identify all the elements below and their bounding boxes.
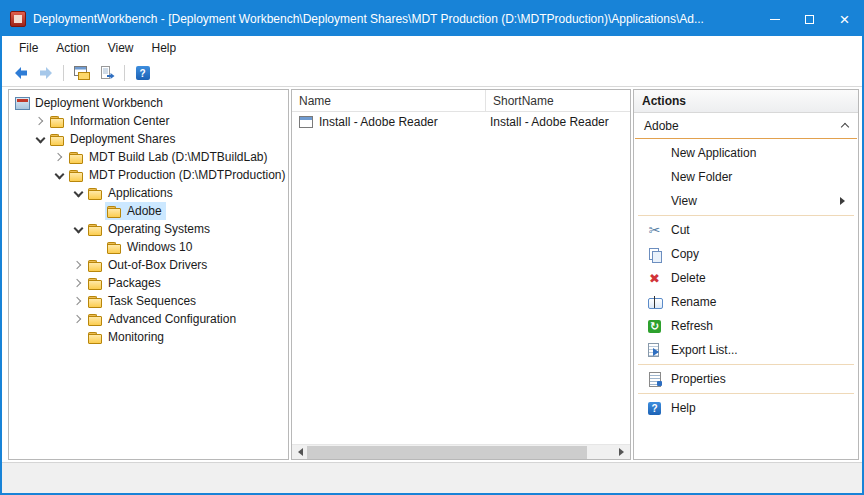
tree-item-content[interactable]: Operating Systems (86, 220, 214, 238)
app-icon (10, 11, 26, 27)
chevron-down-icon[interactable] (70, 221, 86, 237)
chevron-right-icon[interactable] (70, 257, 86, 273)
tree-item[interactable]: Applications (9, 184, 288, 202)
chevron-right-icon[interactable] (70, 311, 86, 327)
tree-item[interactable]: MDT Build Lab (D:\MDTBuildLab) (9, 148, 288, 166)
chevron-none[interactable] (89, 239, 105, 255)
scrollbar-thumb[interactable] (307, 446, 587, 459)
tree: Deployment Workbench Information Center … (9, 90, 288, 346)
tree-item-label: Information Center (70, 114, 169, 128)
actions-divider (638, 215, 854, 216)
chevron-up-icon[interactable] (841, 123, 849, 131)
chevron-none[interactable] (70, 329, 86, 345)
action-item[interactable]: Properties (634, 367, 858, 391)
horizontal-scrollbar[interactable] (292, 444, 630, 459)
action-item[interactable]: New Folder (634, 165, 858, 189)
tree-item-content[interactable]: Information Center (48, 112, 173, 130)
action-item-label: Copy (671, 247, 858, 261)
tree-item[interactable]: Task Sequences (9, 292, 288, 310)
tree-item-content[interactable]: MDT Production (D:\MDTProduction) (67, 166, 289, 184)
export-icon (646, 342, 663, 358)
action-item[interactable]: Export List... (634, 338, 858, 362)
back-button[interactable] (9, 62, 32, 85)
chevron-down-icon[interactable] (32, 131, 48, 147)
tree-item-content[interactable]: Monitoring (86, 328, 168, 346)
chevron-none[interactable] (89, 203, 105, 219)
tree-item[interactable]: Windows 10 (9, 238, 288, 256)
chevron-right-icon[interactable] (32, 113, 48, 129)
tree-item[interactable]: MDT Production (D:\MDTProduction) (9, 166, 288, 184)
tree-item-content[interactable]: Windows 10 (105, 238, 196, 256)
minimize-button[interactable] (757, 2, 792, 36)
scroll-right-button[interactable] (615, 445, 630, 460)
statusbar (2, 462, 862, 493)
tree-item-content[interactable]: MDT Build Lab (D:\MDTBuildLab) (67, 148, 272, 166)
forward-button[interactable] (34, 62, 57, 85)
close-icon (840, 11, 850, 28)
scroll-left-button[interactable] (292, 445, 307, 460)
action-item-label: New Folder (671, 170, 858, 184)
console-tree-pane: Deployment Workbench Information Center … (8, 89, 289, 460)
action-item-label: View (671, 194, 832, 208)
tree-item[interactable]: Advanced Configuration (9, 310, 288, 328)
folder-icon (107, 241, 122, 254)
column-header-shortname[interactable]: ShortName (486, 90, 630, 111)
tree-item[interactable]: Deployment Shares (9, 130, 288, 148)
chevron-down-icon[interactable] (70, 185, 86, 201)
chevron-right-icon[interactable] (51, 149, 67, 165)
tree-item[interactable]: Adobe (9, 202, 288, 220)
tree-item-content[interactable]: Adobe (105, 202, 166, 220)
actions-section-header[interactable]: Adobe (634, 113, 858, 138)
tree-item[interactable]: Deployment Workbench (9, 94, 288, 112)
chevron-right-icon[interactable] (70, 293, 86, 309)
folder-icon (69, 151, 84, 164)
main-area: Deployment Workbench Information Center … (2, 87, 862, 462)
tree-item[interactable]: Packages (9, 274, 288, 292)
toolbar-separator (124, 65, 125, 81)
export-list-icon (99, 65, 115, 81)
tree-item-label: MDT Production (D:\MDTProduction) (89, 168, 286, 182)
action-item-label: Refresh (671, 319, 858, 333)
menu-action[interactable]: Action (47, 38, 98, 58)
chevron-down-icon[interactable] (51, 167, 67, 183)
list-header: Name ShortName (292, 90, 630, 112)
menu-view[interactable]: View (99, 38, 143, 58)
toolbar-separator (63, 65, 64, 81)
tree-item-content[interactable]: Task Sequences (86, 292, 200, 310)
action-item[interactable]: Copy (634, 242, 858, 266)
list-row[interactable]: Install - Adobe Reader Install - Adobe R… (292, 112, 630, 132)
cell-name-text: Install - Adobe Reader (319, 115, 438, 129)
menu-help[interactable]: Help (143, 38, 186, 58)
action-item[interactable]: Cut (634, 218, 858, 242)
menu-file[interactable]: File (10, 38, 47, 58)
tree-item[interactable]: Operating Systems (9, 220, 288, 238)
tree-item[interactable]: Out-of-Box Drivers (9, 256, 288, 274)
action-item[interactable]: Rename (634, 290, 858, 314)
action-item[interactable]: Refresh (634, 314, 858, 338)
tree-item-content[interactable]: Packages (86, 274, 165, 292)
tree-item-content[interactable]: Applications (86, 184, 177, 202)
show-console-tree-button[interactable] (70, 62, 93, 85)
action-item[interactable]: View (634, 189, 858, 213)
help-button[interactable] (131, 62, 154, 85)
titlebar[interactable]: DeploymentWorkbench - [Deployment Workbe… (2, 2, 862, 36)
tree-item-label: Adobe (127, 204, 162, 218)
tree-item-content[interactable]: Advanced Configuration (86, 310, 240, 328)
tree-item-content[interactable]: Deployment Workbench (13, 94, 167, 112)
tree-item[interactable]: Information Center (9, 112, 288, 130)
column-header-name[interactable]: Name (292, 90, 486, 111)
close-button[interactable] (827, 2, 862, 36)
tree-item-label: Out-of-Box Drivers (108, 258, 207, 272)
action-item[interactable]: New Application (634, 141, 858, 165)
folder-icon (50, 115, 65, 128)
tree-item-content[interactable]: Deployment Shares (48, 130, 179, 148)
export-list-button[interactable] (95, 62, 118, 85)
properties-icon (646, 371, 663, 387)
action-item[interactable]: Help (634, 396, 858, 420)
help-icon (136, 66, 150, 80)
tree-item[interactable]: Monitoring (9, 328, 288, 346)
action-item[interactable]: Delete (634, 266, 858, 290)
tree-item-content[interactable]: Out-of-Box Drivers (86, 256, 211, 274)
chevron-right-icon[interactable] (70, 275, 86, 291)
maximize-button[interactable] (792, 2, 827, 36)
